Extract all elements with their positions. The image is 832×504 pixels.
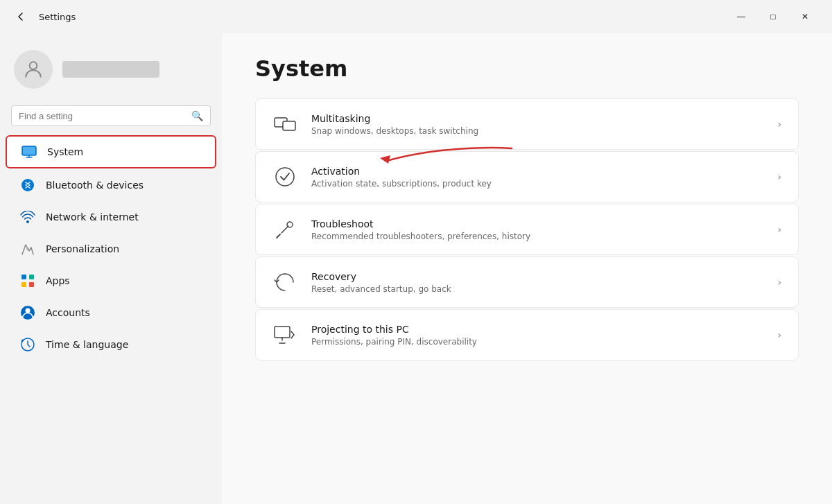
svg-rect-2 (23, 147, 35, 155)
sidebar-item-accounts-label: Accounts (46, 307, 90, 318)
accounts-icon (19, 304, 36, 321)
settings-list: Multitasking Snap windows, desktops, tas… (255, 98, 799, 360)
setting-title-projecting: Projecting to this PC (311, 324, 763, 335)
setting-item-activation[interactable]: Activation Activation state, subscriptio… (255, 151, 799, 202)
chevron-icon-recovery: › (777, 277, 781, 288)
sidebar-item-bluetooth-label: Bluetooth & devices (46, 180, 144, 191)
chevron-icon-troubleshoot: › (777, 224, 781, 235)
setting-desc-projecting: Permissions, pairing PIN, discoverabilit… (311, 337, 763, 347)
minimize-button[interactable]: — (725, 6, 757, 28)
svg-point-5 (26, 247, 29, 250)
recovery-icon (272, 270, 297, 295)
svg-point-0 (30, 62, 37, 69)
svg-point-4 (26, 220, 29, 223)
setting-text-troubleshoot: Troubleshoot Recommended troubleshooters… (311, 218, 763, 241)
sidebar-item-system-label: System (47, 146, 83, 157)
setting-item-projecting[interactable]: Projecting to this PC Permissions, pairi… (255, 309, 799, 360)
sidebar-item-network-label: Network & internet (46, 211, 139, 223)
setting-title-activation: Activation (311, 166, 763, 177)
window-title: Settings (39, 12, 76, 22)
svg-point-3 (21, 179, 34, 191)
settings-window: Settings — □ ✕ 🔍 (0, 0, 832, 504)
sidebar-item-personalization-label: Personalization (46, 243, 119, 254)
maximize-button[interactable]: □ (757, 6, 789, 28)
setting-desc-activation: Activation state, subscriptions, product… (311, 179, 763, 189)
time-icon (19, 336, 36, 353)
apps-icon (19, 272, 36, 289)
activation-wrapper: Activation Activation state, subscriptio… (255, 151, 799, 202)
svg-rect-18 (275, 327, 290, 338)
setting-text-projecting: Projecting to this PC Permissions, pairi… (311, 324, 763, 347)
setting-desc-troubleshoot: Recommended troubleshooters, preferences… (311, 232, 763, 241)
activation-icon (272, 164, 297, 189)
sidebar-item-apps[interactable]: Apps (6, 266, 216, 296)
projecting-icon (272, 322, 297, 347)
chevron-icon-activation: › (777, 171, 781, 182)
avatar (14, 50, 53, 89)
setting-text-recovery: Recovery Reset, advanced startup, go bac… (311, 271, 763, 294)
setting-item-troubleshoot[interactable]: Troubleshoot Recommended troubleshooters… (255, 204, 799, 255)
back-button[interactable] (11, 7, 31, 26)
svg-point-11 (26, 309, 31, 313)
content-area: 🔍 System (0, 33, 832, 504)
setting-title-troubleshoot: Troubleshoot (311, 218, 763, 229)
search-icon: 🔍 (191, 110, 203, 121)
network-icon (19, 209, 36, 225)
setting-desc-multitasking: Snap windows, desktops, task switching (311, 126, 763, 136)
title-bar: Settings — □ ✕ (0, 0, 832, 33)
user-name-placeholder (62, 61, 159, 78)
sidebar: 🔍 System (0, 33, 222, 504)
svg-rect-7 (29, 275, 34, 279)
window-controls: — □ ✕ (725, 6, 821, 28)
close-button[interactable]: ✕ (789, 6, 821, 28)
sidebar-item-time-label: Time & language (46, 339, 128, 350)
setting-text-multitasking: Multitasking Snap windows, desktops, tas… (311, 113, 763, 136)
title-bar-left: Settings (11, 7, 725, 26)
svg-rect-6 (21, 275, 26, 279)
svg-rect-8 (21, 282, 26, 287)
setting-text-activation: Activation Activation state, subscriptio… (311, 166, 763, 189)
setting-item-multitasking[interactable]: Multitasking Snap windows, desktops, tas… (255, 98, 799, 150)
svg-point-17 (287, 222, 293, 227)
sidebar-item-system[interactable]: System (6, 135, 216, 168)
bluetooth-icon (19, 177, 36, 193)
main-content: System Multitasking Snap windows, deskto… (222, 33, 832, 504)
sidebar-item-bluetooth[interactable]: Bluetooth & devices (6, 170, 216, 200)
sidebar-item-personalization[interactable]: Personalization (6, 234, 216, 264)
sidebar-item-network[interactable]: Network & internet (6, 202, 216, 232)
chevron-icon-multitasking: › (777, 119, 781, 130)
sidebar-item-accounts[interactable]: Accounts (6, 297, 216, 328)
troubleshoot-icon (272, 217, 297, 242)
search-box[interactable]: 🔍 (11, 105, 211, 126)
svg-rect-14 (283, 121, 295, 130)
search-input[interactable] (19, 111, 186, 121)
system-icon (21, 144, 37, 160)
setting-title-recovery: Recovery (311, 271, 763, 282)
setting-item-recovery[interactable]: Recovery Reset, advanced startup, go bac… (255, 257, 799, 308)
page-title: System (255, 55, 799, 82)
setting-title-multitasking: Multitasking (311, 113, 763, 124)
svg-point-16 (276, 168, 294, 186)
chevron-icon-projecting: › (777, 329, 781, 340)
user-section (0, 39, 222, 103)
personalization-icon (19, 241, 36, 257)
sidebar-item-apps-label: Apps (46, 275, 70, 286)
svg-rect-9 (29, 282, 34, 287)
sidebar-item-time[interactable]: Time & language (6, 329, 216, 360)
multitasking-icon (272, 112, 297, 137)
setting-desc-recovery: Reset, advanced startup, go back (311, 284, 763, 294)
